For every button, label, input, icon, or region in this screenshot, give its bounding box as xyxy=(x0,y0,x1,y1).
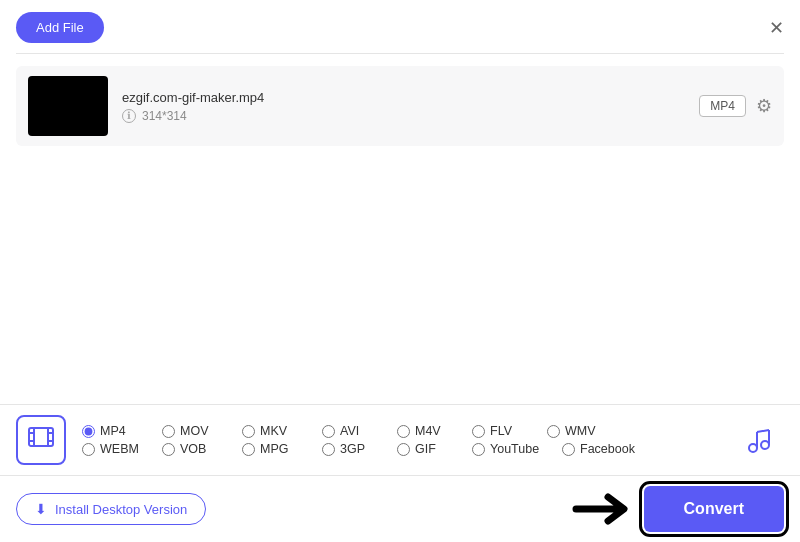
film-icon xyxy=(27,423,55,457)
add-file-button[interactable]: Add File xyxy=(16,12,104,43)
format-option-wmv[interactable]: WMV xyxy=(547,424,622,438)
radio-webm[interactable] xyxy=(82,443,95,456)
settings-icon[interactable]: ⚙ xyxy=(756,95,772,117)
convert-button[interactable]: Convert xyxy=(644,486,784,532)
radio-mp4[interactable] xyxy=(82,425,95,438)
format-option-youtube[interactable]: YouTube xyxy=(472,442,562,456)
file-meta: ℹ 314*314 xyxy=(122,109,685,123)
format-option-3gp[interactable]: 3GP xyxy=(322,442,397,456)
format-option-mp4[interactable]: MP4 xyxy=(82,424,162,438)
radio-gif[interactable] xyxy=(397,443,410,456)
bottom-panel: MP4 MOV MKV AVI M4V FLV WM xyxy=(0,404,800,542)
svg-line-11 xyxy=(757,430,769,432)
format-option-mpg[interactable]: MPG xyxy=(242,442,322,456)
install-label: Install Desktop Version xyxy=(55,502,187,517)
svg-point-7 xyxy=(749,444,757,452)
file-actions: MP4 ⚙ xyxy=(699,95,772,117)
info-icon[interactable]: ℹ xyxy=(122,109,136,123)
video-icon-area[interactable] xyxy=(16,415,66,465)
header: Add File ✕ xyxy=(0,0,800,53)
svg-rect-0 xyxy=(29,428,53,446)
file-info: ezgif.com-gif-maker.mp4 ℹ 314*314 xyxy=(122,90,685,123)
arrow-icon xyxy=(572,491,632,527)
format-option-gif[interactable]: GIF xyxy=(397,442,472,456)
radio-m4v[interactable] xyxy=(397,425,410,438)
radio-vob[interactable] xyxy=(162,443,175,456)
format-option-m4v[interactable]: M4V xyxy=(397,424,472,438)
download-icon: ⬇ xyxy=(35,501,47,517)
svg-point-8 xyxy=(761,441,769,449)
radio-3gp[interactable] xyxy=(322,443,335,456)
radio-mkv[interactable] xyxy=(242,425,255,438)
format-option-flv[interactable]: FLV xyxy=(472,424,547,438)
radio-flv[interactable] xyxy=(472,425,485,438)
file-dimensions: 314*314 xyxy=(142,109,187,123)
format-option-facebook[interactable]: Facebook xyxy=(562,442,652,456)
file-item: ezgif.com-gif-maker.mp4 ℹ 314*314 MP4 ⚙ xyxy=(16,66,784,146)
close-button[interactable]: ✕ xyxy=(769,19,784,37)
install-desktop-button[interactable]: ⬇ Install Desktop Version xyxy=(16,493,206,525)
music-icon-area[interactable] xyxy=(734,415,784,465)
format-option-webm[interactable]: WEBM xyxy=(82,442,162,456)
format-option-vob[interactable]: VOB xyxy=(162,442,242,456)
format-option-avi[interactable]: AVI xyxy=(322,424,397,438)
radio-youtube[interactable] xyxy=(472,443,485,456)
footer: ⬇ Install Desktop Version Convert xyxy=(0,475,800,542)
radio-facebook[interactable] xyxy=(562,443,575,456)
radio-mov[interactable] xyxy=(162,425,175,438)
file-name: ezgif.com-gif-maker.mp4 xyxy=(122,90,685,105)
format-badge[interactable]: MP4 xyxy=(699,95,746,117)
format-selector: MP4 MOV MKV AVI M4V FLV WM xyxy=(0,405,800,475)
radio-wmv[interactable] xyxy=(547,425,560,438)
arrow-convert-area: Convert xyxy=(572,486,784,532)
radio-avi[interactable] xyxy=(322,425,335,438)
radio-mpg[interactable] xyxy=(242,443,255,456)
format-option-mov[interactable]: MOV xyxy=(162,424,242,438)
file-thumbnail xyxy=(28,76,108,136)
format-option-mkv[interactable]: MKV xyxy=(242,424,322,438)
file-list: ezgif.com-gif-maker.mp4 ℹ 314*314 MP4 ⚙ xyxy=(0,54,800,158)
